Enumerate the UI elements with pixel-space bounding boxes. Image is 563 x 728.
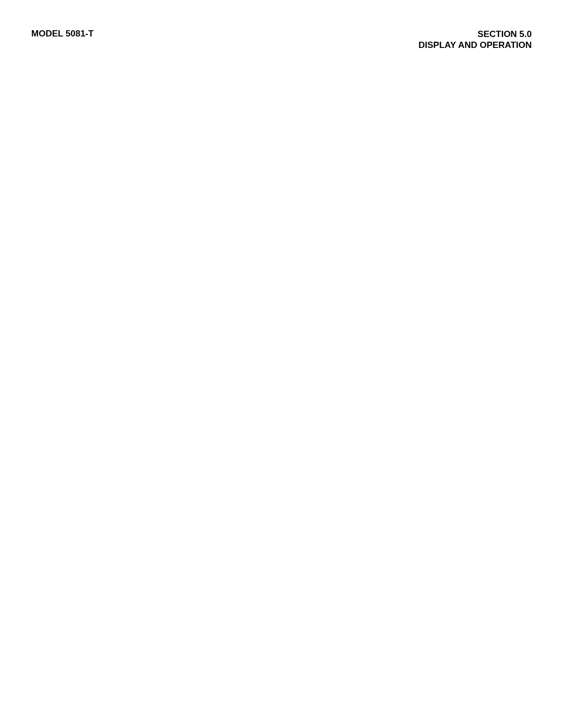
header-section-line2: DISPLAY AND OPERATION <box>419 40 532 50</box>
header-section: SECTION 5.0 DISPLAY AND OPERATION <box>419 29 532 50</box>
document-page: MODEL 5081-T SECTION 5.0 DISPLAY AND OPE… <box>0 0 563 50</box>
header-model: MODEL 5081-T <box>31 29 94 39</box>
header-section-line1: SECTION 5.0 <box>419 29 532 40</box>
